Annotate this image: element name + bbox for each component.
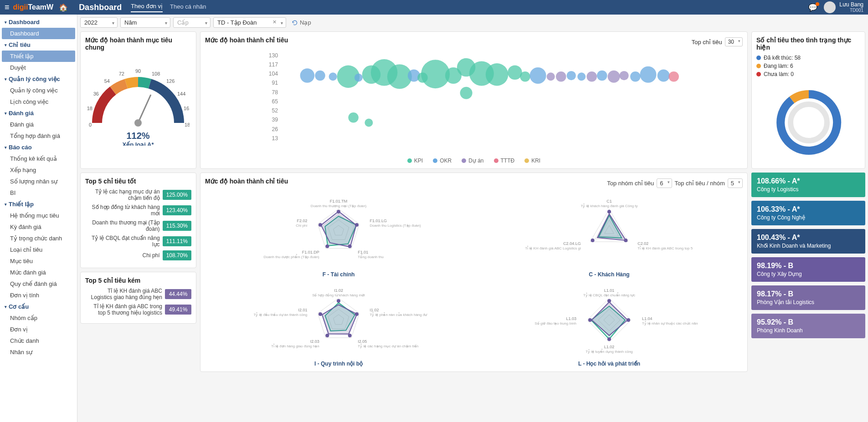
donut-chart [756, 79, 861, 157]
svg-text:91: 91 [272, 80, 278, 86]
nav-group-5[interactable]: Thiết lập [0, 198, 77, 210]
svg-text:C2.02: C2.02 [637, 241, 648, 246]
svg-text:112%: 112% [126, 131, 149, 141]
nav-item[interactable]: Lịch công việc [0, 96, 77, 107]
legend-item: KRI [524, 158, 540, 164]
svg-marker-122 [592, 302, 628, 336]
svg-point-105 [355, 312, 359, 316]
legend-item: Đã kết thúc: 58 [756, 55, 860, 61]
nav-item[interactable]: BI [0, 187, 77, 198]
user-block[interactable]: Lưu Bang TD001 [839, 1, 863, 13]
svg-text:54: 54 [104, 78, 110, 84]
svg-point-44 [556, 71, 566, 82]
svg-text:Tỉ lệ KH đánh giá ABC trong to: Tỉ lệ KH đánh giá ABC trong top 5 [637, 246, 693, 250]
metric-row: Tỉ lệ KH đánh giá ABC Logistics giao hàn… [85, 288, 191, 300]
sidebar: DashboardDashboardChỉ tiêuThiết lậpDuyệt… [0, 15, 77, 422]
nav-item[interactable]: Duyệt [0, 62, 77, 73]
svg-text:C1: C1 [606, 199, 612, 203]
svg-point-66 [337, 210, 340, 214]
nav-item[interactable]: Tổng hợp đánh giá [0, 130, 77, 142]
metric-row: Số hợp đồng từ khách hàng mới123.40% [85, 204, 191, 217]
svg-text:Tỷ lệ CBQL đạt chuẩn năng lực: Tỷ lệ CBQL đạt chuẩn năng lực [583, 292, 635, 297]
nav-item[interactable]: Kỳ đánh giá [0, 221, 77, 233]
svg-text:162: 162 [184, 106, 190, 111]
legend-item: KPI [407, 158, 423, 164]
reload-button[interactable]: Nạp [289, 18, 314, 27]
svg-text:130: 130 [269, 52, 278, 59]
svg-point-56 [365, 119, 373, 127]
radar-cell: C1Tỷ lệ khách hàng đánh giá Công ty C2.0… [476, 192, 743, 278]
svg-marker-101 [322, 305, 357, 334]
period-select[interactable]: Năm [120, 17, 170, 28]
svg-text:Tỷ lệ phản nàn của khách hàng : Tỷ lệ phản nàn của khách hàng đư [370, 312, 427, 317]
nav-group-3[interactable]: Đánh giá [0, 107, 77, 119]
radar-cell: F1.01.TMDoanh thu thương mại (Tập đoàn)F… [205, 192, 472, 278]
nav-item[interactable]: Đơn vị tính [0, 290, 77, 301]
svg-text:C2.04.LG: C2.04.LG [563, 241, 581, 246]
avatar[interactable] [824, 1, 836, 13]
nav-item[interactable]: Thiết lập [2, 51, 75, 62]
rank-card[interactable]: 106.33% - A*Công ty Công Nghệ [751, 201, 865, 225]
nav-item[interactable]: Dashboard [2, 28, 75, 39]
svg-point-129 [607, 337, 611, 341]
level-select[interactable]: Cấp [173, 17, 211, 28]
nav-item[interactable]: Hệ thống mục tiêu [0, 210, 77, 221]
rank-card[interactable]: 108.66% - A*Công ty Logistics [751, 173, 865, 197]
rank-card[interactable]: 98.19% - BCông ty Xây Dựng [751, 257, 865, 282]
nav-group-6[interactable]: Cơ cấu [0, 301, 77, 312]
nav-item[interactable]: Chức danh [0, 335, 77, 346]
nav-item[interactable]: Đơn vị [0, 324, 77, 335]
rank-card[interactable]: 95.92% - BPhòng Kinh Doanh [751, 314, 865, 338]
svg-text:65: 65 [272, 98, 278, 105]
tab-theo-ca-nhan[interactable]: Theo cá nhân [170, 3, 206, 12]
radar-cell: L1.01Tỷ lệ CBQL đạt chuẩn năng lựcL1.04T… [476, 281, 743, 367]
nav-item[interactable]: Số lượng nhân sự [0, 176, 77, 187]
svg-point-78 [318, 223, 322, 227]
home-icon[interactable]: 🏠 [59, 3, 68, 12]
year-select[interactable]: 2022 [80, 17, 118, 28]
svg-text:Doanh thu Logistics (Tập đoàn): Doanh thu Logistics (Tập đoàn) [370, 224, 421, 228]
svg-text:Tổng doanh thu: Tổng doanh thu [358, 254, 384, 259]
svg-point-12 [134, 119, 142, 127]
svg-point-132 [588, 318, 592, 322]
nav-group-1[interactable]: Chỉ tiêu [0, 39, 77, 51]
svg-text:Tỷ lệ nhân sự thuộc các chức n: Tỷ lệ nhân sự thuộc các chức năn [642, 321, 698, 325]
nav-group-2[interactable]: Quản lý công việc [0, 73, 77, 85]
tab-theo-don-vi[interactable]: Theo đơn vị [131, 3, 163, 12]
nav-item[interactable]: Mức đánh giá [0, 267, 77, 278]
svg-text:I2.03: I2.03 [310, 339, 319, 344]
nav-item[interactable]: Mục tiêu [0, 255, 77, 267]
legend-item: Chưa làm: 0 [756, 71, 860, 77]
rank-card[interactable]: 98.17% - BPhòng Vận tải Logistics [751, 285, 865, 310]
nav-item[interactable]: Thống kê kết quả [0, 153, 77, 164]
unit-select[interactable]: TD - Tập Đoàn✕ [213, 17, 286, 28]
rank-card[interactable]: 100.43% - A*Khối Kinh Doanh và Marketing [751, 229, 865, 254]
nav-item[interactable]: Quy chế đánh giá [0, 278, 77, 290]
top-count-select[interactable]: 30 [725, 37, 743, 46]
svg-point-50 [620, 71, 629, 80]
per-count-select[interactable]: 5 [728, 178, 743, 188]
nav-item[interactable]: Nhân sự [0, 346, 77, 358]
metric-row: Tỷ lệ các hạng mục dự án chậm tiến độ125… [85, 188, 191, 201]
nav-item[interactable]: Đánh giá [0, 119, 77, 130]
nav-item[interactable]: Nhóm cấp [0, 312, 77, 324]
nav-item[interactable]: Loại chỉ tiêu [0, 244, 77, 255]
hamburger-icon[interactable]: ≡ [5, 3, 10, 12]
radar-cell: I1.02Số hợp đồng từ khách hàng mớiI1.02T… [205, 281, 472, 367]
bubble-title: Mức độ hoàn thành chỉ tiêu [205, 36, 288, 44]
svg-text:F1.01.TM: F1.01.TM [330, 199, 348, 203]
svg-point-72 [348, 244, 352, 248]
nav-item[interactable]: Tỷ trọng chức danh [0, 233, 77, 244]
nav-group-4[interactable]: Báo cáo [0, 142, 77, 153]
svg-text:Doanh thu dược phẩm (Tập đoàn): Doanh thu dược phẩm (Tập đoàn) [263, 254, 319, 259]
clear-icon[interactable]: ✕ [272, 19, 277, 25]
svg-text:Số giờ đào tạo trung bình: Số giờ đào tạo trung bình [535, 321, 577, 325]
svg-point-29 [354, 74, 363, 82]
nav-group-0[interactable]: Dashboard [0, 16, 77, 28]
nav-item[interactable]: Xếp hạng [0, 164, 77, 176]
nav-item[interactable]: Quản lý công việc [0, 85, 77, 96]
legend-item: Dự án [462, 158, 483, 164]
notification-icon[interactable]: 💬 [808, 3, 817, 12]
group-count-select[interactable]: 6 [657, 178, 672, 188]
svg-text:F2.02: F2.02 [297, 219, 308, 223]
